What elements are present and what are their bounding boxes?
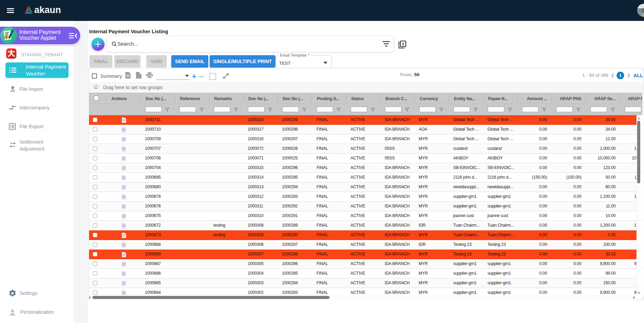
svg-text:2: 2 [402,42,404,46]
svg-text:$: $ [5,36,7,39]
